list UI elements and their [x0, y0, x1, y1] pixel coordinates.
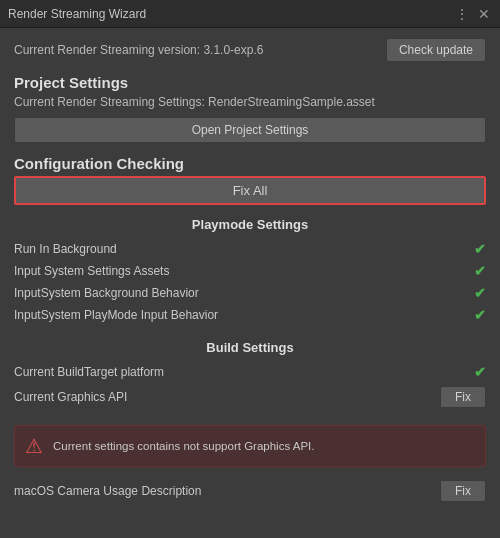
check-icon-2: ✔	[474, 285, 486, 301]
list-item: macOS Camera Usage Description Fix	[14, 477, 486, 505]
warning-box: ⚠ Current settings contains not support …	[14, 425, 486, 467]
list-item: Current Graphics API Fix	[14, 383, 486, 411]
check-update-button[interactable]: Check update	[386, 38, 486, 62]
list-item: Run In Background ✔	[14, 238, 486, 260]
playmode-item-label-1: Input System Settings Assets	[14, 264, 169, 278]
window-title: Render Streaming Wizard	[8, 7, 146, 21]
title-bar: Render Streaming Wizard ⋮ ✕	[0, 0, 500, 28]
version-row: Current Render Streaming version: 3.1.0-…	[14, 38, 486, 62]
project-settings-title: Project Settings	[14, 74, 486, 91]
more-icon[interactable]: ⋮	[454, 6, 470, 22]
check-icon-0: ✔	[474, 241, 486, 257]
check-icon-build-0: ✔	[474, 364, 486, 380]
project-settings-section: Project Settings Current Render Streamin…	[14, 74, 486, 143]
macos-camera-label: macOS Camera Usage Description	[14, 484, 201, 498]
warning-icon: ⚠	[25, 434, 43, 458]
list-item: InputSystem Background Behavior ✔	[14, 282, 486, 304]
playmode-settings-list: Run In Background ✔ Input System Setting…	[14, 238, 486, 326]
project-settings-subtitle: Current Render Streaming Settings: Rende…	[14, 95, 486, 109]
main-content: Current Render Streaming version: 3.1.0-…	[0, 28, 500, 538]
fix-all-button[interactable]: Fix All	[14, 176, 486, 205]
check-icon-1: ✔	[474, 263, 486, 279]
build-item-label-1: Current Graphics API	[14, 390, 127, 404]
list-item: Current BuildTarget platform ✔	[14, 361, 486, 383]
build-settings-list: Current BuildTarget platform ✔ Current G…	[14, 361, 486, 411]
playmode-item-label-0: Run In Background	[14, 242, 117, 256]
open-project-settings-button[interactable]: Open Project Settings	[14, 117, 486, 143]
warning-text: Current settings contains not support Gr…	[53, 440, 314, 452]
list-item: Input System Settings Assets ✔	[14, 260, 486, 282]
playmode-settings-title: Playmode Settings	[14, 217, 486, 232]
playmode-item-label-3: InputSystem PlayMode Input Behavior	[14, 308, 218, 322]
macos-camera-fix-button[interactable]: Fix	[440, 480, 486, 502]
build-item-label-0: Current BuildTarget platform	[14, 365, 164, 379]
graphics-api-fix-button[interactable]: Fix	[440, 386, 486, 408]
config-checking-title: Configuration Checking	[14, 155, 486, 172]
playmode-item-label-2: InputSystem Background Behavior	[14, 286, 199, 300]
title-bar-controls: ⋮ ✕	[454, 6, 492, 22]
close-icon[interactable]: ✕	[476, 6, 492, 22]
build-settings-title: Build Settings	[14, 340, 486, 355]
check-icon-3: ✔	[474, 307, 486, 323]
list-item: InputSystem PlayMode Input Behavior ✔	[14, 304, 486, 326]
configuration-checking-section: Configuration Checking Fix All Playmode …	[14, 155, 486, 505]
version-label: Current Render Streaming version: 3.1.0-…	[14, 43, 263, 57]
